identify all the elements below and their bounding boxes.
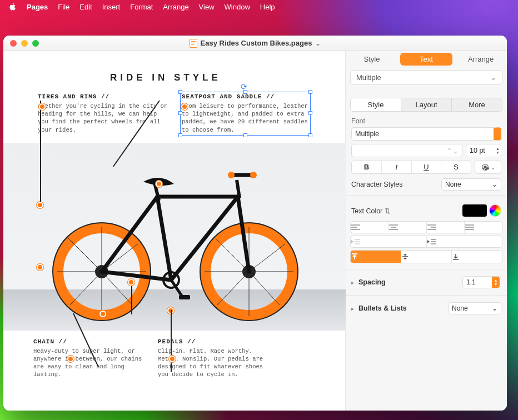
textblock-chain[interactable]: CHAIN // Heavy-duty to super light, or a… xyxy=(33,338,145,379)
disclosure-triangle-icon[interactable]: ▸ xyxy=(351,306,354,312)
spacing-label[interactable]: Spacing xyxy=(358,278,458,286)
resize-handle[interactable] xyxy=(308,133,312,137)
disclosure-triangle-icon[interactable]: ▸ xyxy=(351,279,354,286)
callout-dot xyxy=(67,356,74,362)
color-picker-button[interactable] xyxy=(489,204,501,217)
resize-handle[interactable] xyxy=(243,90,247,94)
bullets-label[interactable]: Bullets & Lists xyxy=(358,304,444,312)
divider xyxy=(346,195,507,196)
bold-button[interactable]: B xyxy=(352,161,381,173)
align-justify-icon xyxy=(465,224,475,231)
menu-help[interactable]: Help xyxy=(260,3,275,11)
app-name[interactable]: Pages xyxy=(27,3,48,11)
chevron-down-icon[interactable]: ⌄ xyxy=(315,39,321,47)
page-canvas[interactable]: RIDE IN STYLE TIRES AND RIMS // Whether … xyxy=(3,51,346,411)
svg-point-36 xyxy=(484,166,486,168)
tab-arrange[interactable]: Arrange xyxy=(455,53,507,66)
resize-handle[interactable] xyxy=(178,133,182,137)
svg-line-19 xyxy=(217,272,249,305)
bike-photo[interactable] xyxy=(3,143,346,331)
svg-rect-34 xyxy=(179,295,190,299)
menu-file[interactable]: File xyxy=(58,3,69,11)
valign-middle-button[interactable] xyxy=(401,251,451,263)
svg-line-26 xyxy=(102,272,171,280)
text-color-swatch[interactable] xyxy=(462,204,487,217)
bullets-value: None xyxy=(452,304,468,312)
callout-line xyxy=(171,310,172,372)
advanced-text-options-button[interactable]: ⌄ xyxy=(475,161,501,174)
window-titlebar[interactable]: Easy Rides Custom Bikes.pages ⌄ xyxy=(3,36,507,51)
menu-edit[interactable]: Edit xyxy=(79,3,92,11)
menu-arrange[interactable]: Arrange xyxy=(163,3,188,11)
callout-dot xyxy=(181,103,188,110)
resize-handle[interactable] xyxy=(178,111,182,115)
tab-style[interactable]: Style xyxy=(346,53,398,66)
chevron-updown-icon: ⌃⌄ xyxy=(446,147,459,155)
underline-button[interactable]: U xyxy=(411,161,441,173)
stepper-down-icon[interactable]: ▼ xyxy=(496,151,500,154)
align-right-button[interactable] xyxy=(426,222,464,233)
chain-body: Heavy-duty to super light, or anywhere i… xyxy=(33,347,145,379)
align-center-icon xyxy=(388,224,399,231)
menu-view[interactable]: View xyxy=(199,3,215,11)
valign-bottom-button[interactable] xyxy=(451,251,502,263)
page-heading[interactable]: RIDE IN STYLE xyxy=(110,72,317,83)
seat-body: From leisure to performance, leather to … xyxy=(182,102,309,134)
menu-window[interactable]: Window xyxy=(225,3,250,11)
vertical-alignment xyxy=(350,250,502,263)
strikethrough-button[interactable]: S xyxy=(441,161,471,173)
bullets-select[interactable]: None ⌄ xyxy=(448,302,501,314)
font-size-value: 10 pt xyxy=(470,147,485,154)
textblock-seatpost-selected[interactable]: ⟳ SEATPOST AND SADDLE // From leisure to… xyxy=(180,92,311,136)
chevron-down-icon: ⌄ xyxy=(492,304,497,312)
subtab-layout[interactable]: Layout xyxy=(401,98,451,111)
resize-handle[interactable] xyxy=(178,90,182,94)
stepper-down-icon[interactable]: ▼ xyxy=(494,282,498,286)
macos-menubar: Pages File Edit Insert Format Arrange Vi… xyxy=(0,0,518,13)
outdent-button[interactable] xyxy=(351,236,426,247)
italic-button[interactable]: I xyxy=(381,161,411,173)
svg-point-30 xyxy=(228,172,235,178)
resize-handle[interactable] xyxy=(243,133,247,137)
indent-controls xyxy=(350,236,502,248)
font-size-stepper[interactable]: 10 pt ▲▼ xyxy=(466,144,501,157)
pedals-body: Clip-in. Flat. Race worthy. Metal. Nonsl… xyxy=(158,347,269,379)
font-typeface-select[interactable]: ⌃⌄ xyxy=(351,144,462,157)
divider xyxy=(346,269,507,269)
valign-top-button[interactable] xyxy=(351,251,401,263)
horizontal-alignment xyxy=(350,221,502,233)
tab-text[interactable]: Text xyxy=(400,53,452,66)
svg-line-15 xyxy=(249,244,285,272)
document-window: Easy Rides Custom Bikes.pages ⌄ RIDE IN … xyxy=(3,36,507,411)
font-family-select[interactable]: Multiple xyxy=(351,127,501,141)
stepper-up-icon[interactable]: ▲ xyxy=(494,278,498,282)
document-title[interactable]: Easy Rides Custom Bikes.pages ⌄ xyxy=(190,39,321,48)
callout-dot xyxy=(39,103,46,110)
svg-line-11 xyxy=(70,272,102,305)
callout-dot xyxy=(128,279,135,286)
window-close-button[interactable] xyxy=(10,40,17,47)
subtab-more[interactable]: More xyxy=(451,98,502,111)
character-styles-select[interactable]: None ⌄ xyxy=(441,178,501,191)
align-left-button[interactable] xyxy=(351,222,388,233)
subtab-style[interactable]: Style xyxy=(351,98,401,111)
apple-menu-icon[interactable] xyxy=(9,3,17,11)
svg-line-27 xyxy=(157,197,171,280)
callout-dot xyxy=(169,356,176,362)
indent-button[interactable] xyxy=(426,236,502,247)
resize-handle[interactable] xyxy=(308,111,312,115)
chevron-updown-icon[interactable]: ⇅ xyxy=(385,207,391,215)
align-justify-button[interactable] xyxy=(464,222,502,233)
resize-handle[interactable] xyxy=(308,90,312,94)
line-spacing-stepper[interactable]: 1.1 ▲▼ xyxy=(462,276,501,288)
callout-dot xyxy=(99,311,106,317)
window-zoom-button[interactable] xyxy=(32,40,39,47)
paragraph-style-select[interactable]: Multiple ⌄ xyxy=(350,70,502,85)
outdent-icon xyxy=(351,238,361,245)
align-center-button[interactable] xyxy=(388,222,426,233)
line-spacing-value: 1.1 xyxy=(466,278,476,286)
stepper-up-icon[interactable]: ▲ xyxy=(496,147,500,151)
menu-insert[interactable]: Insert xyxy=(102,3,121,11)
window-minimize-button[interactable] xyxy=(21,40,28,47)
menu-format[interactable]: Format xyxy=(130,3,153,11)
